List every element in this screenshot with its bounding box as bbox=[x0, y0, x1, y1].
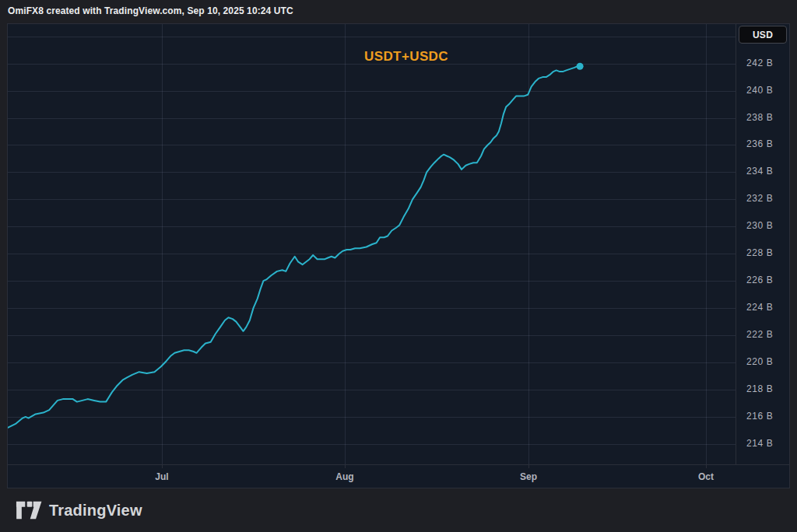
x-axis-label: Aug bbox=[328, 471, 362, 482]
price-axis[interactable]: 242 B240 B238 B236 B234 B232 B230 B228 B… bbox=[736, 24, 790, 464]
x-axis-tick bbox=[706, 465, 707, 468]
x-axis-tick bbox=[345, 465, 346, 468]
y-axis-label: 222 B bbox=[746, 329, 773, 340]
y-axis-label: 214 B bbox=[746, 438, 773, 449]
y-axis-label: 236 B bbox=[746, 138, 773, 149]
y-axis-label: 238 B bbox=[746, 112, 773, 123]
time-axis[interactable]: JulAugSepOct bbox=[8, 464, 789, 488]
x-axis-label: Oct bbox=[689, 471, 723, 482]
chart-widget: USDT+USDC 242 B240 B238 B236 B234 B232 B… bbox=[7, 23, 790, 488]
snapshot-page: OmiFX8 created with TradingView.com, Sep… bbox=[0, 0, 797, 532]
y-axis-label: 220 B bbox=[746, 356, 773, 367]
x-axis-tick bbox=[528, 465, 529, 468]
footer-bar: TradingView bbox=[0, 488, 797, 532]
attribution-text: OmiFX8 created with TradingView.com, Sep… bbox=[8, 5, 293, 16]
header-bar: OmiFX8 created with TradingView.com, Sep… bbox=[0, 0, 797, 23]
x-axis-tick bbox=[162, 465, 163, 468]
y-axis-label: 216 B bbox=[746, 411, 773, 422]
currency-toggle-button[interactable]: USD bbox=[739, 26, 787, 44]
y-axis-label: 234 B bbox=[746, 166, 773, 177]
tradingview-brand-text: TradingView bbox=[49, 502, 142, 520]
tradingview-logo[interactable]: TradingView bbox=[16, 500, 142, 520]
y-axis-label: 242 B bbox=[746, 58, 773, 68]
last-point-marker bbox=[577, 63, 584, 70]
x-axis-label: Sep bbox=[511, 471, 546, 482]
series-line bbox=[8, 66, 580, 428]
y-axis-label: 228 B bbox=[746, 247, 773, 258]
tradingview-mark-icon bbox=[16, 500, 42, 520]
x-axis-label: Jul bbox=[145, 471, 179, 482]
y-axis-label: 218 B bbox=[746, 383, 773, 394]
plot-area[interactable]: USDT+USDC bbox=[8, 24, 736, 464]
y-axis-label: 226 B bbox=[746, 275, 773, 285]
chart-canvas[interactable] bbox=[8, 24, 736, 464]
y-axis-label: 240 B bbox=[746, 85, 773, 96]
y-axis-label: 230 B bbox=[746, 220, 773, 231]
y-axis-label: 232 B bbox=[746, 193, 773, 204]
series-title: USDT+USDC bbox=[364, 49, 448, 65]
y-axis-label: 224 B bbox=[746, 302, 773, 313]
